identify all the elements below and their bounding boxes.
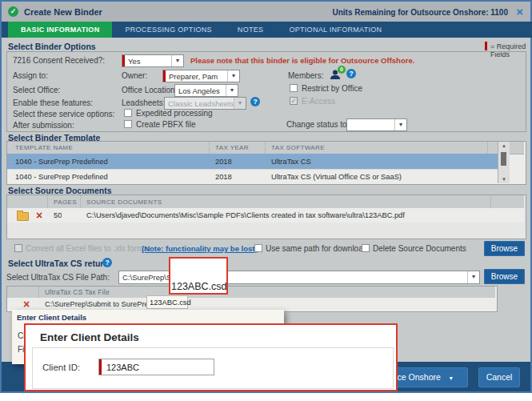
change-status-dropdown[interactable]: ▾ xyxy=(346,118,407,131)
column-divider xyxy=(47,195,48,208)
leadsheets-help-icon[interactable]: ? xyxy=(250,97,260,106)
ultratax-file-table: UltraTax CS Tax File × C:\SurePrep\Submi… xyxy=(6,286,498,312)
taxfile-path-cell: C:\SurePrep\Submit to SurePrep\123ABC.cs… xyxy=(45,300,147,308)
delete-source-docs-checkbox[interactable] xyxy=(362,244,370,252)
ultratax-help-icon[interactable]: ? xyxy=(102,258,112,267)
tab-notes[interactable]: NOTES xyxy=(225,22,277,38)
browse-source-button[interactable]: Browse xyxy=(484,241,525,256)
members-icon[interactable]: 0 xyxy=(330,69,342,80)
col-ultratax-file: UltraTax CS Tax File xyxy=(45,288,110,296)
file-path-label: Select UltraTax CS File Path: xyxy=(6,273,110,282)
col-pages: PAGES xyxy=(54,198,77,206)
browse-taxfile-button[interactable]: Browse xyxy=(484,269,525,284)
source-table-header: PAGES SOURCE DOCUMENTS xyxy=(7,195,524,209)
client-dialog-title: Enter Client Details xyxy=(40,331,139,343)
source-path-cell: C:\Users\djaved\Documents\Misc\Sample PD… xyxy=(86,211,486,219)
members-count-badge: 0 xyxy=(338,66,346,74)
tab-optional-information[interactable]: OPTIONAL INFORMATION xyxy=(276,22,394,38)
scroll-down-icon[interactable]: ▼ xyxy=(498,177,510,182)
chevron-down-icon: ▾ xyxy=(394,119,406,130)
scroll-up-icon[interactable]: ▲ xyxy=(498,143,510,148)
enable-features-label: Enable these features: xyxy=(13,98,93,107)
members-help-icon[interactable]: ? xyxy=(346,69,356,78)
required-legend-bar xyxy=(485,42,487,50)
source-documents-table: PAGES SOURCE DOCUMENTS × 50 C:\Users\dja… xyxy=(6,194,526,239)
scrollbar-thumb[interactable] xyxy=(501,152,506,166)
filename-annotation-callout: 123ABC.csd xyxy=(169,257,228,295)
template-row[interactable]: 1040 - SurePrep Predefined 2018 UltraTax… xyxy=(7,169,498,184)
col-source-documents: SOURCE DOCUMENTS xyxy=(86,198,162,206)
assign-to-label: Assign to: xyxy=(13,71,48,80)
owner-label: Owner: xyxy=(122,71,147,80)
dialog-border-bottom xyxy=(0,391,532,393)
tab-basic-information[interactable]: BASIC INFORMATION xyxy=(8,22,112,38)
delete-taxfile-icon[interactable]: × xyxy=(23,299,30,309)
same-path-label: Use same path for download xyxy=(266,244,367,253)
expedited-processing-checkbox[interactable] xyxy=(124,109,132,117)
eaccess-label: E-Access xyxy=(302,97,335,106)
title-bar: ✓ Create New Binder Units Remaining for … xyxy=(2,2,530,22)
binder-check-icon: ✓ xyxy=(8,6,18,17)
col-tax-software: TAX SOFTWARE xyxy=(271,144,325,151)
col-tax-year: TAX YEAR xyxy=(215,144,249,151)
restrict-by-office-checkbox[interactable] xyxy=(290,84,298,92)
tab-bar: BASIC INFORMATION PROCESSING OPTIONS NOT… xyxy=(2,22,532,38)
client-id-input[interactable]: 123ABC xyxy=(98,359,214,375)
filename-annotation-text: 123ABC.csd xyxy=(171,281,226,292)
column-divider xyxy=(209,142,210,154)
template-table-header: TEMPLATE NAME TAX YEAR TAX SOFTWARE xyxy=(7,142,524,154)
column-divider xyxy=(490,195,491,208)
tax-year-cell: 2018 xyxy=(215,158,232,166)
open-folder-icon[interactable] xyxy=(17,212,29,221)
chevron-down-icon: ▾ xyxy=(226,85,238,96)
same-path-checkbox[interactable] xyxy=(254,244,262,252)
office-location-label: Office Location: xyxy=(122,86,177,94)
delete-source-docs-label: Delete Source Documents xyxy=(373,244,466,253)
functionality-note-link[interactable]: (Note: functionality may be lost) xyxy=(142,244,258,253)
convert-excel-checkbox xyxy=(14,244,22,252)
owner-value: Preparer, Pam xyxy=(166,72,227,81)
consent-dropdown[interactable]: Yes ▾ xyxy=(122,54,184,67)
col-template-name: TEMPLATE NAME xyxy=(15,144,73,151)
convert-excel-label: Convert all Excel files to .xls format xyxy=(26,244,150,253)
units-remaining-label: Units Remaining for Outsource Onshore: 1… xyxy=(333,8,509,17)
template-name-cell: 1040 - SurePrep Predefined xyxy=(15,173,108,181)
tax-software-cell: UltraTax CS xyxy=(271,158,311,166)
restrict-by-office-label: Restrict by Office xyxy=(302,84,362,93)
consent-label: 7216 Consent Received?: xyxy=(13,56,105,65)
client-details-panel-title: Enter Client Details xyxy=(17,313,86,322)
leadsheets-label: Leadsheets: xyxy=(122,98,166,107)
column-divider xyxy=(80,195,81,208)
chevron-down-icon: ▾ xyxy=(171,55,183,66)
eaccess-checkbox: ✓ xyxy=(290,97,298,105)
template-table-scrollbar[interactable]: ▲ ▼ xyxy=(498,142,510,183)
tax-software-cell: UltraTax CS (Virtual Office CS or SaaS) xyxy=(271,173,402,181)
chevron-down-icon: ▾ xyxy=(234,98,246,109)
consent-value: Yes xyxy=(125,57,171,66)
change-status-label: Change status to: xyxy=(286,120,349,129)
chevron-down-icon: ▾ xyxy=(227,70,239,82)
source-document-row[interactable]: × 50 C:\Users\djaved\Documents\Misc\Samp… xyxy=(7,208,524,223)
chevron-down-icon: ▾ xyxy=(467,271,479,283)
client-id-value: 123ABC xyxy=(102,363,139,372)
column-divider xyxy=(487,142,488,154)
office-location-value: Los Angeles xyxy=(175,86,226,95)
create-pbfx-checkbox[interactable] xyxy=(124,120,132,128)
leadsheets-dropdown: Classic Leadsheets ▾ xyxy=(164,97,246,110)
cancel-button[interactable]: Cancel xyxy=(478,367,520,387)
office-location-dropdown[interactable]: Los Angeles ▾ xyxy=(174,84,238,97)
owner-dropdown[interactable]: Preparer, Pam ▾ xyxy=(162,70,240,82)
client-dialog-body: Client ID: 123ABC xyxy=(32,347,394,389)
delete-document-icon[interactable]: × xyxy=(36,211,42,220)
tab-processing-options[interactable]: PROCESSING OPTIONS xyxy=(112,22,224,38)
expedited-processing-label: Expedited processing xyxy=(136,109,213,118)
chevron-down-icon: ▾ xyxy=(450,375,453,382)
section-binder-options-title: Select Binder Options xyxy=(8,42,96,51)
ultratax-file-row[interactable]: × C:\SurePrep\Submit to SurePrep\123ABC.… xyxy=(7,298,495,311)
members-label: Members: xyxy=(288,71,323,80)
enter-client-details-dialog: Enter Client Details Client ID: 123ABC xyxy=(24,323,398,391)
close-icon[interactable]: × xyxy=(516,6,523,18)
section-ultratax-title: Select UltraTax CS return xyxy=(8,259,109,268)
binder-template-table: TEMPLATE NAME TAX YEAR TAX SOFTWARE 1040… xyxy=(6,141,526,185)
template-row-selected[interactable]: 1040 - SurePrep Predefined 2018 UltraTax… xyxy=(7,154,498,169)
